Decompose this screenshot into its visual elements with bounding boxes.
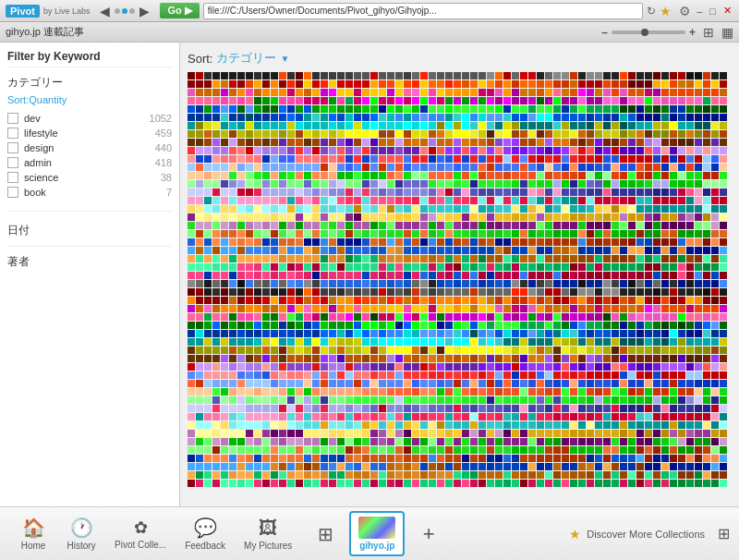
sort-dropdown[interactable]: カテゴリー (216, 50, 276, 67)
category-count: 7 (166, 187, 172, 198)
app-logo: Pivot by Live Labs (6, 5, 90, 18)
category-heading: カテゴリー (7, 75, 172, 91)
logo-by: by Live Labs (43, 6, 91, 16)
category-count: 440 (155, 142, 172, 153)
category-item[interactable]: dev 1052 (7, 111, 172, 126)
taskbar-mypics[interactable]: 🖼 My Pictures (235, 514, 301, 554)
go-button[interactable]: Go ▶ (160, 3, 199, 18)
grid-icon: ⊞ (318, 523, 333, 545)
filter-keyword-label: Filter by Keyword (7, 50, 172, 67)
sort-text: Sort: (7, 94, 29, 105)
divider-2 (7, 246, 172, 247)
taskbar-active-collection[interactable]: gihyo.jp (349, 511, 405, 556)
tab-bar: gihyo.jp 連載記事 – + ⊞ ▦ (0, 22, 739, 43)
category-item[interactable]: design 440 (7, 140, 172, 155)
mosaic-container (188, 72, 732, 495)
sort-label: Sort:Quantity (7, 94, 172, 105)
zoom-controls: – + ⊞ ▦ (601, 25, 733, 40)
maximize-button[interactable]: □ (708, 6, 718, 17)
close-button[interactable]: ✕ (721, 5, 733, 17)
address-bar: Go ▶ ↻ ★ (160, 3, 672, 19)
history-icon: 🕐 (70, 517, 93, 539)
divider-1 (7, 211, 172, 212)
pivot-icon: ✿ (134, 517, 148, 538)
section-author[interactable]: 著者 (7, 254, 172, 270)
discover-collections[interactable]: ★ Discover More Collections (562, 523, 712, 545)
category-checkbox[interactable] (7, 157, 18, 168)
discover-star-icon: ★ (569, 527, 581, 542)
category-count: 1052 (150, 113, 172, 124)
taskbar: 🏠 Home 🕐 History ✿ Pivot Colle... 💬 Feed… (0, 506, 739, 560)
category-name: admin (24, 157, 150, 168)
sort-header: Sort: カテゴリー ▼ (188, 50, 732, 67)
mosaic-canvas (188, 72, 732, 495)
refresh-button[interactable]: ↻ (647, 5, 656, 18)
url-input[interactable] (203, 3, 643, 19)
category-item[interactable]: science 38 (7, 170, 172, 185)
sort-value[interactable]: Quantity (29, 94, 67, 105)
bar-view-button[interactable]: ▦ (721, 25, 733, 40)
zoom-plus-button[interactable]: + (689, 26, 696, 39)
dropdown-arrow-icon[interactable]: ▼ (280, 54, 289, 64)
dot-3 (129, 8, 135, 14)
nav-buttons: ◀ ▶ (97, 4, 152, 18)
taskbar-history[interactable]: 🕐 History (57, 513, 105, 554)
taskbar-feedback[interactable]: 💬 Feedback (176, 513, 235, 554)
zoom-slider-handle[interactable] (641, 29, 648, 36)
category-name: dev (24, 113, 144, 124)
feedback-label: Feedback (185, 541, 225, 551)
mypics-icon: 🖼 (259, 517, 277, 539)
category-name: book (24, 187, 161, 198)
add-icon: + (423, 522, 435, 546)
window-controls: ⚙ – □ ✕ (679, 4, 733, 18)
dot-1 (115, 8, 120, 14)
sort-header-label: Sort: (188, 52, 212, 66)
category-checkbox[interactable] (7, 128, 18, 139)
home-icon: 🏠 (22, 517, 45, 539)
discover-label: Discover More Collections (587, 529, 705, 540)
category-count: 418 (155, 157, 172, 168)
taskbar-home[interactable]: 🏠 Home (9, 513, 57, 554)
minimize-button[interactable]: – (695, 6, 704, 17)
category-checkbox[interactable] (7, 142, 18, 153)
pivot-label: Pivot Colle... (115, 540, 166, 550)
category-checkbox[interactable] (7, 187, 18, 198)
feedback-icon: 💬 (194, 517, 217, 539)
left-panel: Filter by Keyword カテゴリー Sort:Quantity de… (0, 43, 180, 506)
category-item[interactable]: lifestyle 459 (7, 126, 172, 140)
zoom-slider[interactable] (612, 30, 685, 34)
history-label: History (67, 541, 95, 551)
active-collection-label: gihyo.jp (359, 541, 394, 551)
category-name: science (24, 172, 155, 183)
section-date[interactable]: 日付 (7, 223, 172, 238)
grid-view-button[interactable]: ⊞ (703, 25, 714, 40)
dot-2 (122, 8, 127, 14)
tab-title: gihyo.jp 連載記事 (6, 25, 84, 39)
taskbar-grid[interactable]: ⊞ (301, 519, 349, 549)
mypics-label: My Pictures (244, 541, 292, 551)
category-count: 38 (161, 172, 172, 183)
forward-button[interactable]: ▶ (137, 4, 152, 18)
category-list: dev 1052 lifestyle 459 design 440 admin … (7, 111, 172, 200)
taskbar-add[interactable]: + (405, 518, 453, 550)
category-checkbox[interactable] (7, 172, 18, 183)
category-name: lifestyle (24, 128, 150, 139)
favorite-button[interactable]: ★ (660, 4, 672, 18)
category-name: design (24, 142, 150, 153)
taskbar-pivot[interactable]: ✿ Pivot Colle... (105, 514, 176, 554)
title-bar: Pivot by Live Labs ◀ ▶ Go ▶ ↻ ★ ⚙ – □ ✕ (0, 0, 739, 22)
dots-indicator (115, 8, 135, 14)
zoom-minus-button[interactable]: – (601, 26, 608, 39)
category-item[interactable]: book 7 (7, 185, 172, 200)
category-count: 459 (155, 128, 172, 139)
settings-icon[interactable]: ⚙ (679, 4, 691, 18)
back-button[interactable]: ◀ (97, 4, 113, 18)
main-layout: Filter by Keyword カテゴリー Sort:Quantity de… (0, 43, 739, 506)
home-label: Home (21, 541, 46, 551)
logo-pivot: Pivot (6, 5, 40, 18)
category-checkbox[interactable] (7, 113, 18, 124)
right-panel: Sort: カテゴリー ▼ (180, 43, 739, 506)
collection-thumbnail (358, 517, 395, 539)
taskbar-apps-grid[interactable]: ⊞ (718, 525, 730, 542)
category-item[interactable]: admin 418 (7, 155, 172, 170)
